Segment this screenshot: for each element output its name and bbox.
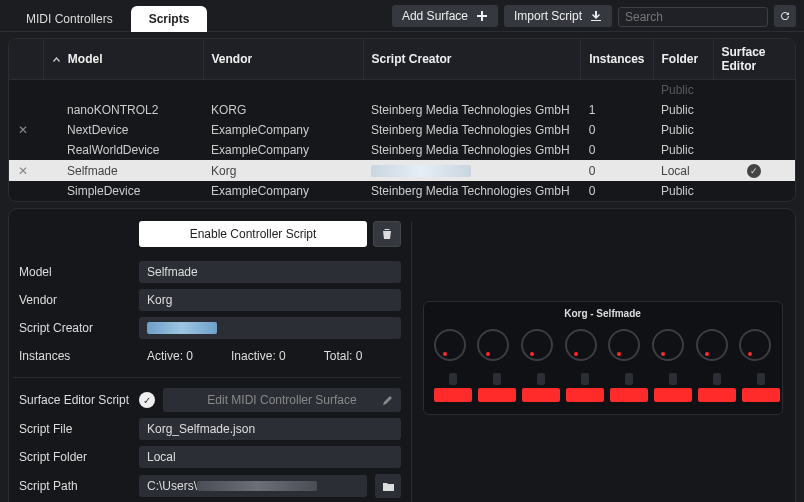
cell-instances: 0: [581, 140, 653, 160]
script-path-text: C:\Users\: [147, 479, 197, 493]
surface-title: Korg - Selfmade: [434, 308, 772, 319]
knob: [565, 329, 597, 361]
col-instances[interactable]: Instances: [581, 39, 653, 80]
cell-surface-editor: [713, 100, 795, 120]
close-icon: ✕: [17, 123, 29, 137]
instances-total: Total: 0: [324, 349, 363, 363]
vendor-value: Korg: [139, 289, 401, 311]
table-row[interactable]: RealWorldDevice ExampleCompany Steinberg…: [9, 140, 795, 160]
detail-panel: Enable Controller Script Model Selfmade …: [8, 208, 796, 502]
cell-folder: Public: [653, 120, 713, 140]
cell-folder: Local: [653, 160, 713, 181]
surface-editor-script-label: Surface Editor Script: [13, 393, 131, 407]
creator-value: [139, 317, 401, 339]
model-value: Selfmade: [139, 261, 401, 283]
pencil-icon: [382, 395, 393, 406]
cell-creator: [363, 160, 581, 181]
fader: [566, 373, 604, 402]
check-icon: ✓: [747, 164, 761, 178]
knob: [434, 329, 466, 361]
cell-vendor: ExampleCompany: [203, 120, 363, 140]
script-folder-label: Script Folder: [13, 450, 131, 464]
open-folder-button[interactable]: [375, 474, 401, 498]
cell-instances: 0: [581, 120, 653, 140]
download-icon: [590, 10, 602, 22]
instances-active: Active: 0: [147, 349, 193, 363]
close-icon: ✕: [17, 164, 29, 178]
table-row[interactable]: Public: [9, 80, 795, 101]
fader: [698, 373, 736, 402]
instances-label: Instances: [13, 349, 131, 363]
trash-icon: [381, 228, 393, 240]
fader: [478, 373, 516, 402]
cell-model: Selfmade: [43, 160, 203, 181]
edit-surface-label: Edit MIDI Controller Surface: [207, 393, 356, 407]
fader: [610, 373, 648, 402]
divider: [411, 221, 412, 502]
plus-icon: [476, 10, 488, 22]
cell-vendor: Korg: [203, 160, 363, 181]
divider: [13, 377, 401, 378]
knob: [608, 329, 640, 361]
instances-inactive: Inactive: 0: [231, 349, 286, 363]
fader: [434, 373, 472, 402]
cell-folder: Public: [653, 140, 713, 160]
col-model[interactable]: Model: [43, 39, 203, 80]
cell-instances: 1: [581, 100, 653, 120]
search-field[interactable]: ✕: [618, 7, 768, 27]
controller-surface-preview: Korg - Selfmade: [423, 301, 783, 415]
cell-model: nanoKONTROL2: [43, 100, 203, 120]
cell-surface-editor: [713, 181, 795, 201]
fader: [522, 373, 560, 402]
refresh-button[interactable]: [774, 5, 796, 27]
cell-creator: Steinberg Media Technologies GmbH: [363, 100, 581, 120]
cell-model: RealWorldDevice: [43, 140, 203, 160]
script-file-label: Script File: [13, 422, 131, 436]
enable-controller-script-button[interactable]: Enable Controller Script: [139, 221, 367, 247]
knob: [652, 329, 684, 361]
knob: [696, 329, 728, 361]
knob: [739, 329, 771, 361]
col-icon[interactable]: [9, 39, 43, 80]
script-path-value: C:\Users\: [139, 475, 367, 497]
col-creator[interactable]: Script Creator: [363, 39, 581, 80]
add-surface-button[interactable]: Add Surface: [392, 5, 498, 27]
fader: [742, 373, 780, 402]
col-surface-editor[interactable]: Surface Editor: [713, 39, 795, 80]
table-header-row: Model Vendor Script Creator Instances Fo…: [9, 39, 795, 80]
table-row[interactable]: nanoKONTROL2 KORG Steinberg Media Techno…: [9, 100, 795, 120]
cell-instances: 0: [581, 181, 653, 201]
col-model-label: Model: [68, 52, 103, 66]
knob: [477, 329, 509, 361]
cell-surface-editor: ✓: [713, 160, 795, 181]
delete-script-button[interactable]: [373, 221, 401, 247]
tab-scripts[interactable]: Scripts: [131, 6, 208, 32]
tab-midi-controllers[interactable]: MIDI Controllers: [8, 6, 131, 32]
knob: [521, 329, 553, 361]
table-row[interactable]: ✕ Selfmade Korg 0 Local ✓: [9, 160, 795, 181]
table-row[interactable]: SimpleDevice ExampleCompany Steinberg Me…: [9, 181, 795, 201]
edit-midi-controller-surface-button[interactable]: Edit MIDI Controller Surface: [163, 388, 401, 412]
cell-creator: Steinberg Media Technologies GmbH: [363, 140, 581, 160]
cell-instances: 0: [581, 160, 653, 181]
cell-surface-editor: [713, 120, 795, 140]
import-script-label: Import Script: [514, 9, 582, 23]
cell-vendor: ExampleCompany: [203, 181, 363, 201]
script-path-label: Script Path: [13, 479, 131, 493]
script-folder-value: Local: [139, 446, 401, 468]
import-script-button[interactable]: Import Script: [504, 5, 612, 27]
cell-vendor: KORG: [203, 100, 363, 120]
cell-vendor: ExampleCompany: [203, 140, 363, 160]
table-row[interactable]: ✕ NextDevice ExampleCompany Steinberg Me…: [9, 120, 795, 140]
surface-editor-check-icon: ✓: [139, 392, 155, 408]
col-vendor[interactable]: Vendor: [203, 39, 363, 80]
sort-icon: [52, 55, 61, 64]
search-input[interactable]: [625, 10, 775, 24]
cell-surface-editor: [713, 140, 795, 160]
col-folder[interactable]: Folder: [653, 39, 713, 80]
script-file-value: Korg_Selfmade.json: [139, 418, 401, 440]
refresh-icon: [778, 9, 792, 23]
creator-label: Script Creator: [13, 321, 131, 335]
cell-folder: Public: [653, 100, 713, 120]
vendor-label: Vendor: [13, 293, 131, 307]
